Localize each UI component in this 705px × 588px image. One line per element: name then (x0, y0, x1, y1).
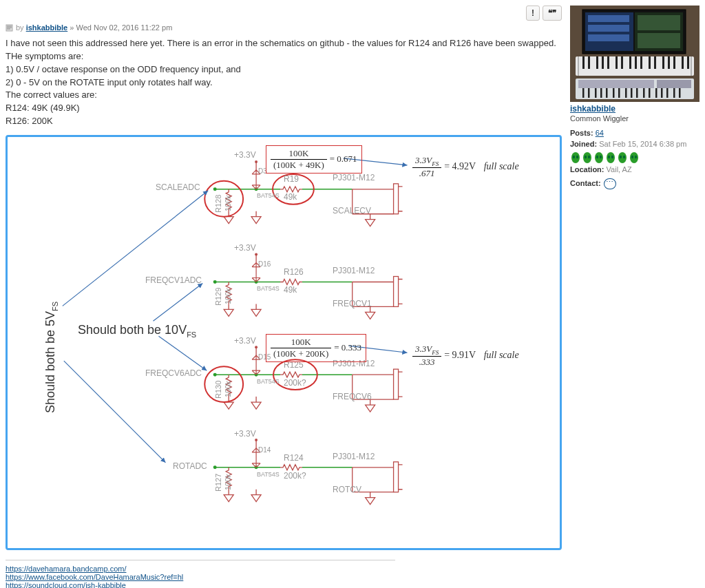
svg-rect-46 (662, 56, 664, 69)
user-stats: Posts: 64 Joined: Sat Feb 15, 2014 6:38 … (570, 128, 699, 189)
freqcv1: FREQCV1 (333, 299, 372, 308)
post-body: I have not seen this addressed here yet.… (6, 37, 562, 128)
r19: R19 (284, 174, 299, 184)
body-line: I have not seen this addressed here yet.… (6, 37, 562, 63)
r124v: 200k? (284, 471, 306, 481)
sig-link[interactable]: https://www.facebook.com/DaveHamaraMusic… (6, 573, 183, 581)
svg-line-21 (158, 336, 207, 370)
location-label: Location: (570, 165, 604, 174)
author-link[interactable]: ishkabbible (26, 23, 68, 32)
svg-point-71 (571, 152, 580, 163)
svg-rect-65 (649, 88, 651, 98)
alien-icon (582, 151, 593, 165)
sig-link[interactable]: https://davehamara.bandcamp.com/ (6, 565, 126, 573)
r129: R129 (214, 288, 222, 306)
svg-point-77 (595, 152, 603, 163)
r126v: 49k (284, 285, 297, 295)
svg-rect-30 (638, 33, 680, 48)
svg-point-85 (623, 156, 625, 158)
post-actions: ! ❝❞ (6, 6, 562, 21)
post-main: ! ❝❞ by ishkabbible » Wed Nov 02, 2016 1… (6, 6, 562, 588)
contact-label: Contact: (570, 178, 601, 189)
signature: https://davehamara.bandcamp.com/ https:/… (6, 560, 395, 588)
profile-panel: ishkabbible Common Wiggler Posts: 64 Joi… (570, 6, 699, 588)
attachment-image[interactable]: +3.3V SCALEADC R128 100k D3 BAT54S R19 4… (6, 135, 562, 550)
meta-sep: » (70, 23, 74, 32)
svg-line-20 (153, 283, 202, 321)
bat2: BAT54S (257, 285, 280, 292)
pm-icon[interactable] (604, 178, 616, 189)
sig-link[interactable]: https://soundcloud.com/ish-kabbible (6, 581, 126, 588)
svg-rect-26 (588, 15, 629, 22)
username-link[interactable]: ishkabbible (570, 104, 699, 114)
r125v: 200k? (284, 378, 306, 388)
body-line: The correct values are: (6, 89, 562, 102)
svg-rect-50 (687, 56, 689, 69)
posts-count[interactable]: 64 (596, 129, 604, 137)
scalecv: SCALECV (333, 206, 371, 216)
freqcv6: FREQCV6 (333, 392, 372, 401)
r124: R124 (284, 453, 304, 463)
svg-rect-40 (621, 56, 623, 69)
svg-rect-49 (682, 56, 684, 69)
report-button[interactable]: ! (526, 6, 540, 21)
body-line: R126: 200K (6, 115, 562, 128)
svg-rect-60 (618, 88, 620, 98)
post-icon[interactable] (6, 24, 13, 32)
svg-rect-54 (582, 88, 585, 98)
r130v: 100k (224, 381, 232, 397)
r127v: 100k (224, 474, 232, 490)
v33-4: +3.3V (234, 429, 256, 439)
svg-rect-68 (666, 88, 669, 98)
scaleadc-label: SCALEADC (156, 182, 200, 192)
freqcv1adc: FREQCV1ADC (145, 275, 202, 285)
eq-box-2: 100K(100K + 200K) = 0.333 (266, 334, 366, 362)
svg-line-18 (63, 191, 208, 306)
svg-rect-56 (595, 88, 597, 98)
freqcv6adc: FREQCV6ADC (145, 368, 202, 378)
svg-rect-61 (625, 88, 627, 98)
alien-icon (570, 151, 581, 165)
alien-icon (593, 151, 604, 165)
svg-rect-57 (600, 88, 602, 98)
svg-rect-70 (679, 88, 681, 98)
svg-rect-37 (602, 56, 604, 69)
v33-2: +3.3V (234, 243, 256, 253)
body-line: 1) 0.5V / octave response on the ODD fre… (6, 63, 562, 76)
left-label: Should both be 5VFS (43, 302, 59, 413)
post-meta: by ishkabbible » Wed Nov 02, 2016 11:22 … (6, 23, 562, 32)
alien-icon (617, 151, 628, 165)
svg-point-81 (608, 156, 610, 158)
svg-point-87 (631, 156, 633, 158)
svg-rect-44 (649, 56, 651, 69)
avatar[interactable] (570, 6, 699, 102)
r127: R127 (214, 474, 222, 492)
svg-rect-48 (673, 56, 675, 69)
svg-point-86 (630, 152, 638, 163)
pj4: PJ301-M12 (333, 452, 375, 461)
svg-rect-62 (631, 88, 633, 98)
by-label: by (16, 23, 24, 32)
svg-point-74 (583, 152, 591, 163)
svg-rect-29 (638, 15, 680, 30)
quote-button[interactable]: ❝❞ (543, 6, 562, 21)
posts-label: Posts: (570, 129, 593, 137)
schematic-diagram: +3.3V SCALEADC R128 100k D3 BAT54S R19 4… (9, 141, 558, 544)
bat1: BAT54S (257, 192, 280, 199)
svg-rect-28 (588, 34, 629, 41)
svg-rect-41 (629, 56, 631, 69)
svg-point-75 (585, 156, 587, 158)
fs-eq-1: 3.3VFS.671 = 4.92V full scale (412, 155, 519, 179)
svg-rect-59 (613, 88, 615, 98)
svg-rect-36 (596, 56, 598, 69)
svg-rect-63 (636, 88, 638, 98)
svg-rect-64 (643, 88, 645, 98)
r126: R126 (284, 267, 304, 277)
svg-rect-55 (588, 88, 590, 98)
d14: D14 (258, 446, 271, 454)
svg-point-72 (573, 156, 575, 158)
pj1: PJ301-M12 (333, 173, 375, 182)
svg-point-78 (596, 156, 598, 158)
svg-point-84 (620, 156, 622, 158)
svg-rect-34 (582, 56, 585, 69)
